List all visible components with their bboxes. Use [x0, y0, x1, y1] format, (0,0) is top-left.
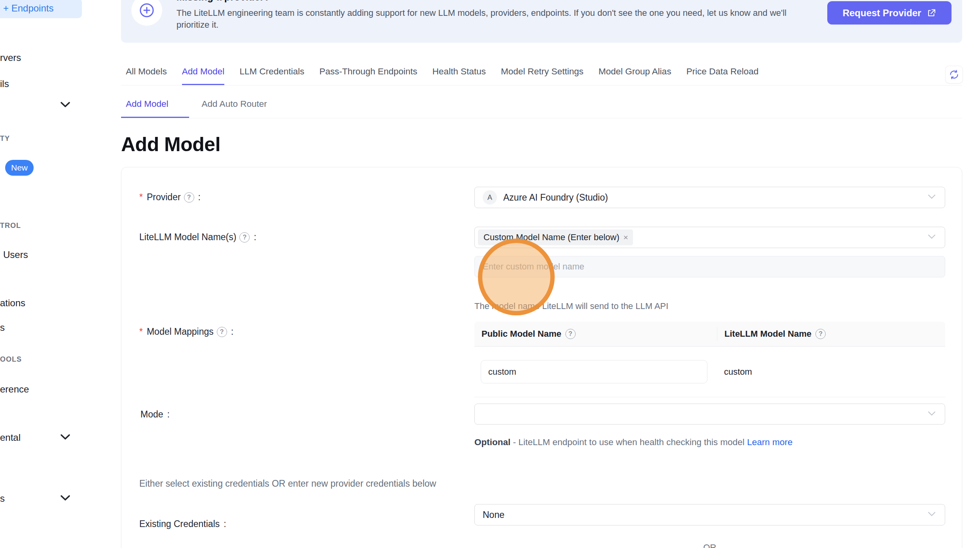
litellm-model-name-header: LiteLLM Model Name ?: [717, 329, 833, 339]
chevron-down-icon[interactable]: [60, 101, 70, 110]
tab-llm-credentials[interactable]: LLM Credentials: [239, 66, 304, 85]
table-row: custom: [474, 347, 945, 397]
tab-model-retry-settings[interactable]: Model Retry Settings: [501, 66, 584, 85]
learn-more-link[interactable]: Learn more: [747, 437, 792, 447]
sidebar-item-teams[interactable]: s: [0, 322, 5, 333]
sidebar-section-tools: OOLS: [0, 355, 22, 364]
sidebar-item-label: + Endpoints: [3, 3, 53, 14]
chevron-down-icon[interactable]: [60, 434, 70, 442]
sidebar-item-models-endpoints[interactable]: + Endpoints: [0, 0, 82, 18]
provider-avatar: A: [483, 190, 497, 205]
help-icon[interactable]: ?: [565, 329, 576, 339]
subtab-add-auto-router[interactable]: Add Auto Router: [189, 99, 280, 118]
request-provider-button[interactable]: Request Provider: [827, 1, 952, 25]
sidebar-item-organizations[interactable]: ations: [0, 298, 25, 309]
chevron-down-icon[interactable]: [60, 495, 70, 503]
sidebar-item-users[interactable]: Users: [3, 249, 28, 260]
sidebar-item-reference[interactable]: erence: [0, 384, 29, 395]
litellm-model-names-label: LiteLLM Model Name(s) ? :: [139, 232, 256, 243]
tab-add-model[interactable]: Add Model: [182, 66, 225, 85]
help-icon[interactable]: ?: [239, 232, 250, 243]
chevron-down-icon: [927, 411, 936, 418]
missing-provider-banner: Missing a provider? The LiteLLM engineer…: [121, 0, 962, 43]
help-icon[interactable]: ?: [217, 327, 227, 337]
public-model-name-input[interactable]: [481, 360, 707, 383]
chevron-down-icon: [927, 511, 936, 518]
sidebar-section-label: TY: [0, 135, 10, 143]
new-badge: New: [5, 160, 34, 176]
credentials-note: Either select existing credentials OR en…: [139, 478, 436, 489]
tab-health-status[interactable]: Health Status: [432, 66, 486, 85]
tab-all-models[interactable]: All Models: [126, 66, 167, 85]
request-provider-label: Request Provider: [843, 8, 921, 19]
public-model-name-header: Public Model Name ?: [474, 327, 717, 341]
sidebar-item-details[interactable]: ils: [0, 78, 9, 89]
refresh-icon: [949, 69, 959, 80]
external-link-icon: [927, 8, 936, 18]
provider-value: Azure AI Foundry (Studio): [503, 192, 608, 203]
model-name-helper-text: The model name LiteLLM will send to the …: [474, 301, 668, 311]
mode-label: Mode :: [140, 409, 170, 420]
existing-credentials-label: Existing Credentials :: [139, 519, 226, 529]
banner-description: The LiteLLM engineering team is constant…: [176, 7, 809, 31]
models-tabs: All Models Add Model LLM Credentials Pas…: [121, 66, 962, 85]
refresh-button[interactable]: [945, 66, 963, 83]
existing-credentials-select[interactable]: None: [474, 504, 945, 525]
sidebar-item-settings[interactable]: s: [0, 493, 5, 504]
subtab-add-model[interactable]: Add Model: [121, 99, 189, 118]
tab-price-data-reload[interactable]: Price Data Reload: [686, 66, 759, 85]
chevron-down-icon: [927, 234, 936, 241]
litellm-model-name-value: custom: [724, 367, 752, 377]
required-asterisk: *: [139, 326, 143, 337]
add-model-page: + Endpoints rvers ils TY New TROL Users …: [0, 0, 980, 548]
page-title: Add Model: [121, 133, 220, 156]
custom-model-name-input[interactable]: [474, 256, 945, 277]
remove-tag-icon[interactable]: ×: [624, 233, 628, 242]
help-icon[interactable]: ?: [184, 192, 194, 203]
sidebar-item-servers[interactable]: rvers: [0, 52, 21, 63]
help-icon[interactable]: ?: [815, 329, 826, 339]
tab-pass-through-endpoints[interactable]: Pass-Through Endpoints: [319, 66, 417, 85]
table-header-row: Public Model Name ? LiteLLM Model Name ?: [474, 322, 945, 347]
provider-label: * Provider ? :: [139, 192, 201, 203]
banner-title: Missing a provider?: [176, 0, 270, 3]
plus-circle-icon: [131, 0, 162, 26]
mode-helper-text: Optional - LiteLLM endpoint to use when …: [474, 434, 797, 450]
sidebar: + Endpoints rvers ils TY New TROL Users …: [0, 0, 95, 548]
litellm-model-names-select[interactable]: Custom Model Name (Enter below) ×: [474, 227, 945, 248]
mode-select[interactable]: [474, 404, 945, 425]
required-asterisk: *: [139, 192, 143, 203]
provider-select[interactable]: A Azure AI Foundry (Studio): [474, 187, 945, 208]
chevron-down-icon: [927, 194, 936, 201]
tab-model-group-alias[interactable]: Model Group Alias: [599, 66, 671, 85]
selected-model-tag: Custom Model Name (Enter below) ×: [478, 229, 633, 245]
or-divider: OR: [474, 542, 945, 548]
add-model-subtabs: Add Model Add Auto Router: [121, 99, 962, 118]
model-mappings-label: * Model Mappings ? :: [139, 326, 233, 337]
sidebar-section-access-control: TROL: [0, 222, 21, 230]
add-model-form-card: * Provider ? : A Azure AI Foundry (Studi…: [121, 167, 962, 548]
model-mappings-table: Public Model Name ? LiteLLM Model Name ?…: [474, 322, 945, 397]
sidebar-item-experimental[interactable]: ental: [0, 432, 21, 443]
existing-credentials-value: None: [483, 510, 504, 520]
